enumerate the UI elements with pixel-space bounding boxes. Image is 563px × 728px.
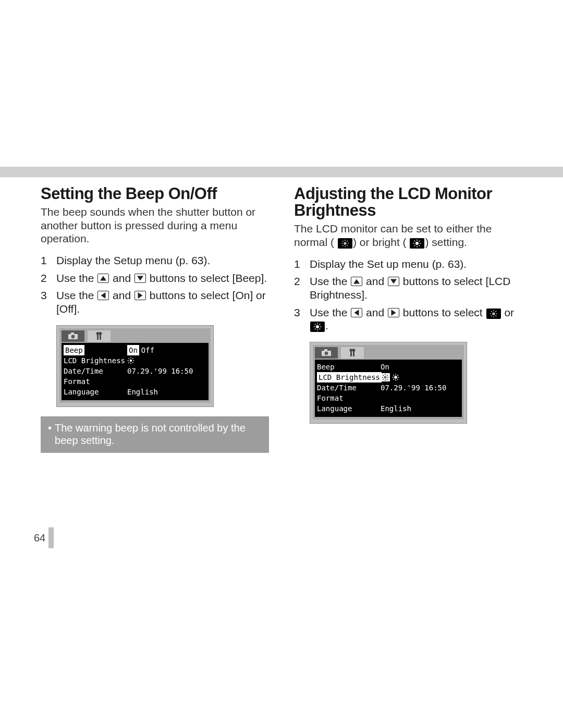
svg-line-52 — [315, 329, 316, 330]
brightness-normal-icon — [486, 309, 501, 319]
svg-line-12 — [132, 362, 133, 363]
heading-brightness: Adjusting the LCD Monitor Brightness — [294, 186, 522, 219]
svg-point-25 — [345, 243, 346, 244]
note-beep: The warning beep is not controlled by th… — [41, 416, 269, 453]
left-button-icon — [97, 291, 109, 300]
svg-line-39 — [491, 311, 492, 312]
intro-beep: The beep sounds when the shutter button … — [41, 205, 269, 245]
brightness-bright-icon — [392, 374, 399, 381]
svg-point-53 — [316, 325, 319, 328]
step: Use the and buttons to select [Beep]. — [41, 272, 269, 285]
down-button-icon — [388, 277, 399, 286]
brightness-bright-icon — [410, 238, 424, 249]
svg-line-42 — [491, 315, 492, 316]
step: Display the Set up menu (p. 63). — [294, 257, 522, 271]
svg-point-2 — [71, 335, 75, 338]
steps-brightness: Display the Set up menu (p. 63). Use the… — [294, 257, 522, 332]
brightness-normal-icon — [338, 238, 352, 249]
svg-line-49 — [315, 324, 316, 325]
svg-point-44 — [493, 313, 494, 314]
down-button-icon — [134, 274, 146, 283]
page-number: 64 — [34, 527, 54, 548]
right-button-icon — [134, 291, 146, 300]
section-beep: Setting the Beep On/Off The beep sounds … — [41, 186, 269, 453]
step: Use the and buttons to select [LCD Brigh… — [294, 275, 522, 301]
svg-line-13 — [132, 358, 133, 359]
section-brightness: Adjusting the LCD Monitor Brightness The… — [294, 186, 522, 453]
step: Use the and buttons to select or . — [294, 306, 522, 332]
tab-tools-icon — [341, 347, 364, 359]
svg-line-77 — [393, 379, 394, 380]
svg-line-21 — [347, 245, 348, 246]
svg-line-33 — [414, 245, 415, 246]
svg-line-51 — [320, 324, 321, 325]
svg-line-32 — [419, 241, 420, 242]
svg-line-11 — [128, 358, 129, 359]
up-button-icon — [351, 277, 362, 286]
tab-tools-icon — [88, 330, 111, 342]
svg-point-15 — [130, 359, 132, 361]
lcd-screenshot-brightness: BeepOn LCD Brightness Date/Time07.29.'99… — [310, 342, 467, 424]
svg-line-30 — [414, 241, 415, 242]
svg-point-60 — [352, 349, 356, 352]
svg-line-75 — [397, 379, 398, 380]
left-button-icon — [351, 308, 362, 317]
svg-line-23 — [342, 245, 344, 246]
svg-rect-1 — [71, 332, 74, 335]
steps-beep: Display the Setup menu (p. 63). Use the … — [41, 254, 269, 315]
svg-line-76 — [397, 375, 398, 376]
svg-line-68 — [383, 379, 384, 380]
step: Use the and buttons to select [On] or [O… — [41, 289, 269, 315]
svg-line-74 — [393, 375, 394, 376]
step: Display the Setup menu (p. 63). — [41, 254, 269, 267]
tab-camera-icon — [62, 330, 84, 342]
svg-line-50 — [320, 329, 321, 330]
lcd-screenshot-beep: BeepOnOff LCD Brightness Date/Time07.29.… — [56, 325, 214, 407]
svg-point-56 — [325, 351, 328, 355]
svg-point-78 — [394, 376, 397, 379]
svg-line-22 — [347, 241, 348, 242]
svg-line-65 — [383, 375, 384, 376]
svg-line-40 — [495, 315, 496, 316]
svg-line-66 — [387, 379, 388, 380]
svg-point-6 — [99, 332, 102, 335]
svg-point-34 — [415, 242, 419, 245]
svg-rect-55 — [324, 349, 327, 351]
svg-point-69 — [384, 376, 386, 378]
tab-camera-icon — [315, 347, 338, 359]
svg-line-67 — [387, 375, 388, 376]
intro-brightness: The LCD monitor can be set to either the… — [294, 222, 522, 249]
brightness-normal-icon — [127, 357, 134, 364]
heading-beep: Setting the Beep On/Off — [41, 186, 269, 202]
right-button-icon — [388, 308, 399, 317]
svg-line-14 — [128, 362, 129, 363]
svg-line-31 — [419, 245, 420, 246]
up-button-icon — [97, 274, 109, 283]
brightness-normal-icon — [382, 374, 389, 381]
svg-line-20 — [342, 241, 344, 242]
svg-line-41 — [495, 311, 496, 312]
brightness-bright-icon — [310, 322, 325, 332]
